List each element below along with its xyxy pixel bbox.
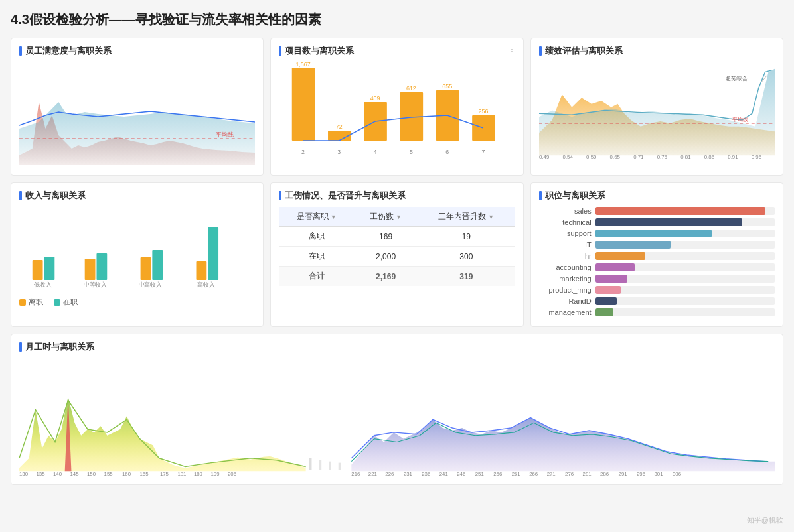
svg-rect-47 (319, 460, 321, 470)
svg-text:高收入: 高收入 (197, 281, 215, 288)
job-bar-wrap-IT (596, 241, 775, 249)
job-label-technical: technical (539, 218, 596, 226)
svg-text:189: 189 (194, 471, 202, 477)
col-header-3[interactable]: 三年内晋升数 ▼ (418, 207, 515, 227)
job-label-IT: IT (539, 241, 596, 249)
job-bar-technical (596, 218, 743, 226)
svg-text:140: 140 (53, 471, 62, 477)
monthly-hours-card: 月工时与离职关系 (11, 334, 783, 485)
job-bar-wrap-technical (596, 218, 775, 226)
svg-text:296: 296 (637, 471, 645, 477)
title-bar-icon7 (19, 342, 22, 352)
svg-text:0.71: 0.71 (633, 154, 643, 159)
svg-text:241: 241 (439, 471, 448, 477)
job-row-technical: technical (539, 218, 775, 226)
job-bar-hr (596, 252, 646, 260)
svg-text:251: 251 (475, 471, 484, 477)
svg-text:0.65: 0.65 (609, 154, 620, 159)
watermark: 知乎@帆软 (747, 515, 783, 525)
job-bar-wrap-hr (596, 252, 775, 260)
income-card: 收入与离职关系 低收入 中等收入 中高收入 高收入 (11, 182, 264, 327)
title-bar-icon2 (279, 46, 281, 56)
svg-text:226: 226 (385, 471, 394, 477)
injury-card: 工伤情况、是否晋升与离职关系 是否离职 ▼ 工伤数 ▼ (270, 182, 523, 327)
title-bar-icon5 (279, 191, 281, 200)
svg-rect-12 (472, 115, 495, 141)
job-label-accounting: accounting (539, 263, 596, 271)
performance-chart: 平均线 超劳综合 0.49 0.54 0.59 0.65 0.71 0.76 0… (539, 62, 775, 159)
svg-text:150: 150 (87, 471, 96, 477)
svg-text:231: 231 (404, 471, 412, 477)
table-row: 在职 2,000 300 (279, 247, 515, 267)
job-row-hr: hr (539, 252, 775, 260)
job-bar-IT (596, 241, 671, 249)
svg-text:0.59: 0.59 (586, 154, 596, 159)
svg-text:181: 181 (177, 471, 186, 477)
svg-text:0.81: 0.81 (680, 154, 690, 159)
svg-rect-8 (400, 92, 424, 141)
svg-text:平均线: 平均线 (732, 117, 748, 123)
title-bar-icon4 (19, 191, 22, 200)
svg-rect-38 (141, 257, 151, 280)
svg-text:超劳综合: 超劳综合 (726, 76, 747, 82)
satisfaction-chart: 平均线 (19, 62, 255, 168)
svg-text:7: 7 (482, 149, 485, 155)
svg-text:低收入: 低收入 (34, 281, 52, 288)
svg-text:0.49: 0.49 (539, 154, 549, 159)
legend-quit: 离职 (19, 297, 43, 307)
svg-text:216: 216 (351, 471, 360, 477)
svg-text:5: 5 (410, 149, 413, 155)
performance-card: 绩效评估与离职关系 (530, 38, 783, 176)
svg-text:165: 165 (139, 471, 149, 477)
svg-text:72: 72 (336, 123, 343, 130)
performance-title: 绩效评估与离职关系 (539, 45, 775, 57)
svg-text:2: 2 (301, 149, 305, 155)
svg-text:306: 306 (673, 471, 681, 477)
svg-text:135: 135 (37, 471, 46, 477)
col-header-1[interactable]: 是否离职 ▼ (279, 207, 354, 227)
projects-chart: 1,567 72 409 612 655 256 2 (279, 62, 515, 155)
svg-text:246: 246 (457, 471, 465, 477)
svg-text:301: 301 (655, 471, 663, 477)
svg-text:130: 130 (19, 471, 29, 477)
job-bar-wrap-RandD (596, 297, 775, 305)
jobrole-title: 职位与离职关系 (539, 190, 775, 202)
job-bar-wrap-marketing (596, 275, 775, 283)
job-row-accounting: accounting (539, 263, 775, 271)
job-label-sales: sales (539, 207, 596, 215)
main-charts-grid: 员工满意度与离职关系 (11, 38, 783, 327)
svg-text:281: 281 (583, 471, 592, 477)
monthly-chart: 130 135 140 145 150 155 160 165 175 181 … (19, 358, 775, 478)
svg-text:271: 271 (547, 471, 556, 477)
svg-rect-46 (309, 458, 312, 470)
col-header-2[interactable]: 工伤数 ▼ (354, 207, 418, 227)
title-bar-icon6 (539, 191, 542, 200)
svg-text:4: 4 (374, 149, 377, 155)
svg-text:206: 206 (228, 471, 236, 477)
injury-title: 工伤情况、是否晋升与离职关系 (279, 190, 515, 202)
svg-text:平均线: 平均线 (216, 131, 234, 138)
legend-stay: 在职 (54, 297, 78, 307)
svg-text:0.91: 0.91 (728, 154, 738, 159)
injury-table: 是否离职 ▼ 工伤数 ▼ 三年内晋升数 ▼ (279, 207, 515, 286)
svg-rect-48 (329, 462, 331, 470)
job-label-support: support (539, 230, 596, 237)
svg-text:0.86: 0.86 (704, 154, 714, 159)
svg-text:6: 6 (446, 149, 449, 155)
svg-text:266: 266 (529, 471, 538, 477)
svg-text:1,567: 1,567 (296, 62, 311, 68)
svg-text:160: 160 (122, 471, 131, 477)
job-bar-sales (596, 207, 766, 215)
jobrole-bars: salestechnicalsupportIThraccountingmarke… (539, 207, 775, 316)
table-row: 离职 169 19 (279, 227, 515, 247)
job-label-hr: hr (539, 252, 596, 260)
svg-rect-37 (96, 253, 107, 280)
svg-text:3: 3 (338, 149, 341, 155)
job-bar-wrap-accounting (596, 263, 775, 271)
job-row-product_mng: product_mng (539, 286, 775, 294)
svg-text:0.76: 0.76 (657, 154, 667, 159)
page-title: 4.3假设检验分析——寻找验证与流失率相关性的因素 (11, 11, 783, 29)
svg-text:0.54: 0.54 (562, 154, 573, 159)
job-row-support: support (539, 230, 775, 237)
job-row-RandD: RandD (539, 297, 775, 305)
